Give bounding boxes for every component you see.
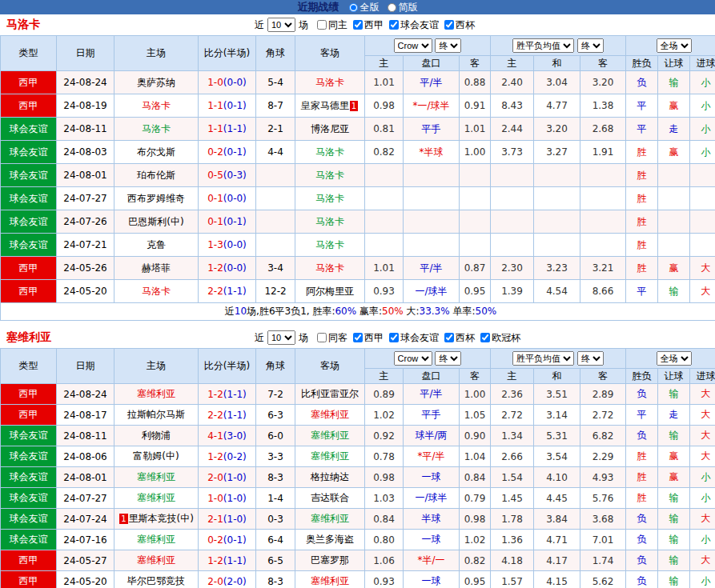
away-team-name: 马洛卡 [315,170,344,181]
avg-home-cell: 1.36 [491,530,534,550]
avg-away-cell: 5.62 [580,571,626,588]
half-time-score: (2-0) [223,576,247,587]
filter-checkbox-option[interactable]: 球会友谊 [389,18,439,32]
date-cell: 24-08-24 [57,384,114,405]
full-time-score: 0-5 [207,170,223,181]
corner-cell: 8-7 [256,94,295,118]
odds-company-select[interactable]: Crow [394,351,432,366]
home-team-name: 马洛卡 [142,100,171,111]
filter-checkbox[interactable] [389,20,399,30]
odds-away-cell: 1.00 [460,141,491,164]
avg-final-select[interactable]: 终 [577,38,604,53]
avg-final-select[interactable]: 终 [577,351,604,366]
col-avg-away: 客 [580,369,626,384]
result-cell: 平 [626,118,658,141]
home-team-cell: 塞维利亚 [114,467,199,488]
odds-away-cell: 0.88 [460,71,491,94]
away-team-cell: 马洛卡 [295,141,365,164]
match-count-select[interactable]: 10 [267,18,295,32]
fullmatch-select[interactable]: 全场 [657,351,692,366]
filter-checkbox[interactable] [444,333,454,342]
odds-final-select[interactable]: 终 [435,351,461,366]
col-home: 主场 [114,36,199,71]
odds-away-cell: 0.82 [460,550,491,571]
match-row: 球会友谊 24-08-06 富勒姆(中) 1-2(0-2) 3-3 塞维利亚 0… [1,446,715,467]
goals-cell: 大 [690,405,715,426]
goals-cell [690,164,715,187]
date-cell: 24-08-19 [57,94,114,118]
away-team-name: 马洛卡 [315,239,344,250]
corner-cell: 6-3 [256,405,295,426]
filter-checkbox-option[interactable]: 西甲 [353,18,384,32]
filter-checkbox[interactable] [389,333,399,342]
filter-checkbox[interactable] [353,333,363,342]
score-cell: 2-0(2-0) [199,571,256,588]
avg-select[interactable]: 胜平负均值 [512,38,574,53]
match-row: 球会友谊 24-07-21 克鲁 1-3(0-0) 马洛卡 胜 [1,234,715,257]
away-team-name: 塞维利亚 [311,450,349,462]
fullmatch-select[interactable]: 全场 [657,38,692,53]
filter-checkbox-option[interactable]: 西杯 [444,18,475,32]
half-time-score: (1-1) [223,123,247,134]
handicap-cell [404,210,460,234]
filters: 近 10 场 同客 西甲 球会友谊 西杯 欧冠杯 [255,330,520,345]
home-team-cell: 塞维利亚 [114,550,199,571]
home-team-cell: 拉斯帕尔马斯 [114,405,199,426]
filter-checkbox-option[interactable]: 西甲 [353,331,384,345]
avg-select[interactable]: 胜平负均值 [512,351,574,366]
odds-company-select[interactable]: Crow [394,38,432,53]
avg-home-cell [491,234,534,257]
away-team-cell: 塞维利亚 [295,426,365,446]
col-away: 客场 [295,349,365,384]
odds-final-select[interactable]: 终 [435,38,461,53]
section-gap [0,321,715,327]
full-time-score: 4-1 [207,430,223,442]
avg-group-header: 胜平负均值 终 [491,36,626,56]
handicap-cell: 平手 [404,405,460,426]
filter-checkbox-option[interactable]: 球会友谊 [389,331,439,345]
filter-checkbox-option[interactable]: 欧冠杯 [480,331,520,345]
odds-home-cell: 0.93 [365,280,404,303]
score-cell: 2-1(1-0) [199,509,256,530]
score-cell: 0-1(0-0) [199,187,256,210]
score-cell: 2-2(1-1) [199,280,256,303]
home-team-cell: 利物浦 [114,426,199,446]
away-team-name: 塞维利亚 [311,430,349,441]
home-team-name: 马洛卡 [142,123,171,134]
filter-checkbox[interactable] [480,333,490,342]
league-cell: 球会友谊 [1,164,57,187]
team-section-mallorca: 马洛卡 近 10 场 同主 西甲 球会友谊 西杯 类型 日期 主场 [0,14,715,321]
avg-away-cell [580,210,626,234]
corner-cell: 7-2 [256,384,295,405]
filter-checkbox-option[interactable]: 西杯 [444,331,475,345]
version-radio[interactable] [388,3,396,12]
match-row: 球会友谊 24-08-01 塞维利亚 2-0(1-0) 8-3 格拉纳达 0.9… [1,467,715,488]
away-team-name: 皇家马德里 [301,100,349,111]
filter-checkbox[interactable] [317,333,327,342]
odds-away-cell: 0.87 [460,257,491,280]
handicap-result-cell [658,234,690,257]
filter-checkbox[interactable] [444,20,454,30]
avg-home-cell: 2.44 [491,118,534,141]
score-cell: 1-0(1-0) [199,488,256,509]
odds-home-cell [365,164,404,187]
league-cell: 球会友谊 [1,467,57,488]
goals-cell: 小 [690,488,715,509]
filter-checkbox-option[interactable]: 同客 [317,331,347,345]
summary-row: 近10场,胜6平3负1, 胜率:60% 赢率:50% 大:33.3% 单率:50… [0,303,715,321]
home-team-name: 塞维利亚 [137,492,175,503]
filter-checkbox[interactable] [353,20,363,30]
filter-checkbox[interactable] [317,20,327,30]
odds-home-cell: 0.93 [365,571,404,588]
version-radio[interactable] [349,3,358,12]
match-count-select[interactable]: 10 [267,330,295,345]
league-cell: 球会友谊 [1,446,57,467]
home-team-name: 拉斯帕尔马斯 [127,409,185,420]
odds-home-cell: 1.06 [365,550,404,571]
away-team-cell: 博洛尼亚 [295,118,365,141]
summary-segment: 单率: [450,306,476,317]
version-radio-option[interactable]: 简版 [388,1,418,14]
col-handicap: 盘口 [404,369,460,384]
version-radio-option[interactable]: 全版 [349,1,380,14]
filter-checkbox-option[interactable]: 同主 [317,18,347,32]
